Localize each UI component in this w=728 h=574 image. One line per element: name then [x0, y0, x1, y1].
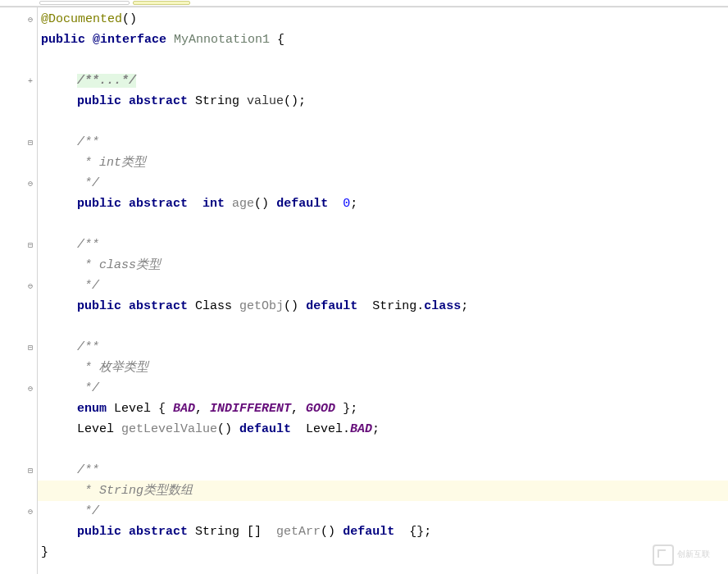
code-line[interactable]: */	[38, 378, 728, 399]
watermark-logo: 创新互联	[653, 543, 723, 567]
code-line[interactable]: Level getLevelValue() default Level.BAD;	[38, 419, 728, 440]
watermark-icon	[653, 544, 674, 566]
collapse-icon[interactable]: ⊖	[25, 385, 35, 394]
code-line[interactable]	[38, 214, 728, 235]
code-line[interactable]: /**	[38, 337, 728, 358]
code-line[interactable]: */	[38, 501, 728, 522]
collapse-icon[interactable]: ⊟	[25, 139, 35, 148]
code-area[interactable]: @Documented()public @interface MyAnnotat…	[38, 7, 728, 574]
code-line[interactable]	[38, 112, 728, 132]
code-line[interactable]: /**	[38, 460, 728, 481]
collapse-icon[interactable]: ⊖	[25, 282, 35, 292]
collapse-icon[interactable]: ⊖	[25, 180, 35, 189]
collapse-icon[interactable]: ⊟	[25, 344, 35, 353]
tab-pill[interactable]	[39, 1, 130, 5]
code-line[interactable]: * 枚举类型	[38, 358, 728, 378]
code-line[interactable]: public abstract String [] getArr() defau…	[38, 522, 728, 542]
code-line[interactable]	[38, 440, 728, 460]
editor: ⊖+⊟⊖⊟⊖⊟⊖⊟⊖ @Documented()public @interfac…	[0, 7, 728, 574]
code-line[interactable]: @Documented()	[38, 9, 728, 30]
code-line[interactable]: }	[38, 542, 728, 563]
code-line[interactable]: * String类型数组	[38, 481, 728, 501]
code-line[interactable]: enum Level { BAD, INDIFFERENT, GOOD };	[38, 399, 728, 419]
code-line[interactable]: public abstract Class getObj() default S…	[38, 296, 728, 317]
collapse-icon[interactable]: ⊟	[25, 241, 35, 251]
code-line[interactable]: /**	[38, 235, 728, 255]
code-line[interactable]: public @interface MyAnnotation1 {	[38, 30, 728, 50]
code-line[interactable]	[38, 50, 728, 71]
code-line[interactable]: /**...*/	[38, 71, 728, 91]
collapse-icon[interactable]: ⊟	[25, 467, 35, 476]
code-line[interactable]	[38, 317, 728, 337]
code-line[interactable]: public abstract String value();	[38, 91, 728, 112]
collapse-icon[interactable]: ⊖	[25, 16, 35, 25]
watermark-text: 创新互联	[677, 551, 710, 559]
code-line[interactable]: */	[38, 173, 728, 194]
code-line[interactable]: * class类型	[38, 255, 728, 276]
collapse-icon[interactable]: ⊖	[25, 508, 35, 517]
code-line[interactable]: /**	[38, 132, 728, 153]
expand-icon[interactable]: +	[25, 77, 35, 87]
code-line[interactable]: public abstract int age() default 0;	[38, 194, 728, 214]
code-line[interactable]: * int类型	[38, 153, 728, 173]
tab-pill-active[interactable]	[133, 1, 190, 5]
gutter: ⊖+⊟⊖⊟⊖⊟⊖⊟⊖	[0, 7, 38, 574]
top-tab-bar	[0, 0, 728, 7]
code-line[interactable]: */	[38, 276, 728, 296]
